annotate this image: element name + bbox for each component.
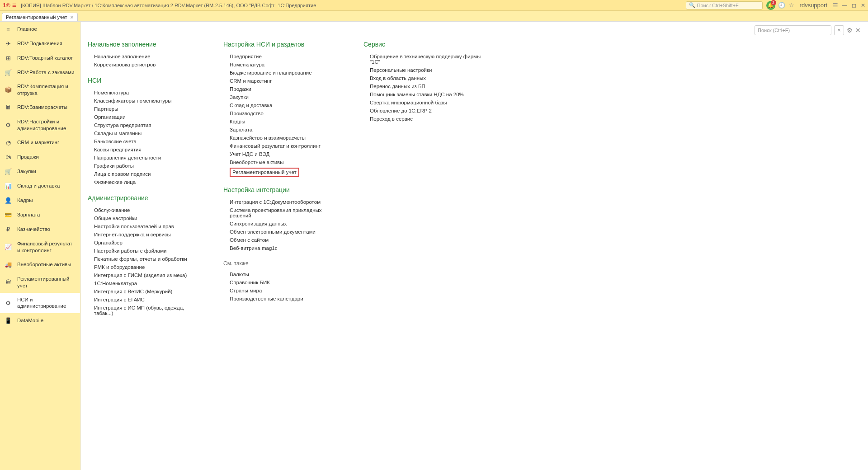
link-item[interactable]: Финансовый результат и контроллинг [230,142,341,150]
link-item[interactable]: Переход в сервис [370,115,481,123]
link-item[interactable]: Интеграция с ВетИС (Меркурий) [94,287,201,296]
link-item[interactable]: Настройки пользователей и прав [94,222,201,230]
link-item[interactable]: Обмен электронными документами [230,228,341,236]
link-item[interactable]: Учет НДС и ВЭД [230,150,341,158]
link-item[interactable]: Помощник замены ставки НДС на 20% [370,90,481,99]
highlighted-link[interactable]: Регламентированный учет [230,168,299,177]
link-item[interactable]: Производственные календари [230,295,341,303]
sidebar-item[interactable]: ⚙RDV:Настройки и администрирование [0,115,80,136]
link-item[interactable]: Классификаторы номенклатуры [94,97,201,105]
link-item[interactable]: Графики работы [94,162,201,170]
link-item[interactable]: Предприятие [230,52,341,61]
link-item[interactable]: Кассы предприятия [94,146,201,154]
link-item[interactable]: Справочник БИК [230,278,341,287]
sidebar-item[interactable]: 🛒Закупки [0,164,80,179]
sidebar-item[interactable]: ≡Главное [0,22,80,36]
link-item[interactable]: Обращение в техническую поддержку фирмы … [370,52,481,66]
link-item[interactable]: Закупки [230,93,341,101]
link-item[interactable]: Органайзер [94,239,201,247]
link-item[interactable]: Банковские счета [94,137,201,146]
tab-close-icon[interactable]: ✕ [70,15,74,20]
sidebar-item[interactable]: 📈Финансовый результат и контроллинг [0,237,80,258]
link-item[interactable]: Интеграция с ГИСМ (изделия из меха) [94,271,201,279]
maximize-icon[interactable]: ◻ [852,2,856,9]
link-item[interactable]: Обмен с сайтом [230,236,341,244]
link-item[interactable]: Обновление до 1С:ERP 2 [370,107,481,115]
sidebar-icon: 🏛 [5,279,12,286]
sidebar-icon: ⚙ [5,299,12,306]
link-item[interactable]: Склады и магазины [94,129,201,137]
sidebar-item[interactable]: ₽Казначейство [0,222,80,237]
link-item[interactable]: Обслуживание [94,206,201,214]
link-item[interactable]: Склад и доставка [230,101,341,109]
user-label[interactable]: rdvsupport [800,2,827,9]
link-item[interactable]: Кадры [230,118,341,126]
link-item[interactable]: Печатные формы, отчеты и обработки [94,255,201,263]
link-item[interactable]: Номенклатура [94,89,201,97]
link-item[interactable]: Общие настройки [94,214,201,222]
link-item[interactable]: Организации [94,113,201,121]
close-icon[interactable]: ✕ [861,2,865,9]
link-item[interactable]: Интеграция с ЕГАИС [94,296,201,304]
sidebar-item[interactable]: 📊Склад и доставка [0,179,80,193]
sidebar-item[interactable]: 🚚Внеоборотные активы [0,258,80,272]
link-item[interactable]: Продажи [230,85,341,93]
link-item[interactable]: Производство [230,109,341,118]
link-item[interactable]: 1С:Номенклатура [94,279,201,287]
panel-close-icon[interactable]: ✕ [855,27,861,34]
link-item[interactable]: Страны мира [230,287,341,295]
link-list: Интеграция с 1С:ДокументооборотомСистема… [223,198,341,252]
sidebar-item[interactable]: ⊞RDV:Товарный каталог [0,51,80,65]
link-item[interactable]: Валюты [230,270,341,278]
link-item[interactable]: Интернет-поддержка и сервисы [94,230,201,239]
tab-active[interactable]: Регламентированный учет ✕ [2,13,78,21]
link-item[interactable]: Партнеры [94,105,201,113]
link-item[interactable]: Начальное заполнение [94,52,201,61]
section-title: Сервис [363,41,481,48]
link-item[interactable]: Направления деятельности [94,154,201,162]
sidebar-item[interactable]: 🖩RDV:Взаиморасчеты [0,100,80,115]
link-item[interactable]: Физические лица [94,178,201,186]
link-item[interactable]: Регламентированный учет [230,166,341,178]
star-icon[interactable]: ☆ [789,2,794,9]
link-item[interactable]: Корректировка регистров [94,61,201,69]
link-item[interactable]: Вход в область данных [370,74,481,82]
link-item[interactable]: Свертка информационной базы [370,99,481,107]
link-item[interactable]: Номенклатура [230,61,341,69]
history-icon[interactable]: 🕘 [778,2,785,9]
link-item[interactable]: Веб-витрина mag1c [230,244,341,252]
link-item[interactable]: Система проектирования прикладных решени… [230,206,341,220]
link-item[interactable]: РМК и оборудование [94,263,201,271]
minimize-icon[interactable]: — [842,2,847,9]
link-item[interactable]: Казначейство и взаиморасчеты [230,134,341,142]
content-search-clear[interactable]: × [834,25,844,35]
top-search[interactable]: 🔍 Поиск Ctrl+Shift+F [686,1,763,9]
sidebar-item[interactable]: 🏛Регламентированный учет [0,272,80,293]
link-item[interactable]: Бюджетирование и планирование [230,69,341,77]
link-item[interactable]: Лица с правом подписи [94,170,201,178]
sidebar-item[interactable]: 🛒RDV:Работа с заказами [0,65,80,80]
link-item[interactable]: Синхронизация данных [230,220,341,228]
gear-icon[interactable]: ⚙ [847,27,853,34]
link-item[interactable]: Перенос данных из БП [370,82,481,90]
link-item[interactable]: Настройки работы с файлами [94,247,201,255]
menu-icon[interactable]: ☰ [833,2,838,9]
notification-bell[interactable]: 🔔2 [766,1,775,10]
link-item[interactable]: Интеграция с ИС МП (обувь, одежда, табак… [94,304,201,317]
sidebar-item[interactable]: 🛍Продажи [0,150,80,164]
content-search[interactable]: Поиск (Ctrl+F) [755,25,831,35]
sidebar-item[interactable]: ✈RDV:Подключения [0,36,80,51]
sidebar-item[interactable]: ⚙НСИ и администрирование [0,293,80,314]
link-item[interactable]: Персональные настройки [370,66,481,74]
link-item[interactable]: Структура предприятия [94,121,201,129]
link-item[interactable]: Внеоборотные активы [230,158,341,166]
link-item[interactable]: Зарплата [230,126,341,134]
sidebar-item[interactable]: 📦RDV:Комплектация и отгрузка [0,80,80,100]
link-item[interactable]: Интеграция с 1С:Документооборотом [230,198,341,206]
sidebar-item[interactable]: ◔CRM и маркетинг [0,136,80,150]
link-item[interactable]: CRM и маркетинг [230,77,341,85]
hamburger-icon[interactable]: ≡ [12,1,16,9]
sidebar-item[interactable]: 📱DataMobile [0,313,80,328]
sidebar-item[interactable]: 👤Кадры [0,193,80,208]
sidebar-item[interactable]: 💳Зарплата [0,208,80,222]
